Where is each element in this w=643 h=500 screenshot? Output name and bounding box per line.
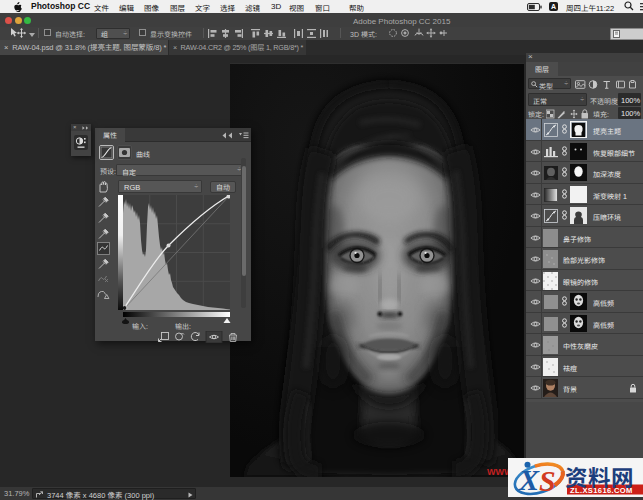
svg-text:A: A [551,3,556,10]
svg-text:S: S [539,464,556,497]
svg-text:X: X [518,463,540,496]
